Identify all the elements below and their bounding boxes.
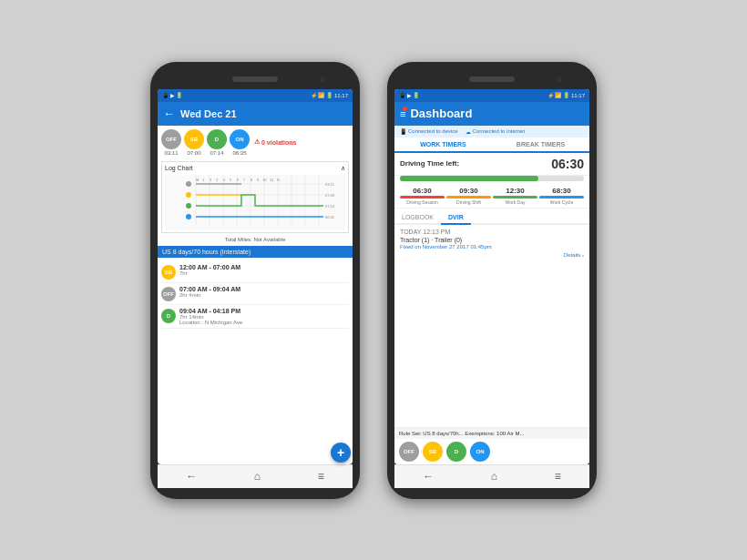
nav-2-menu-icon[interactable]: ≡ bbox=[555, 470, 561, 483]
timer-driving-shift-label: Driving Shift bbox=[456, 199, 481, 205]
chart-svg: M 1 2 3 4 5 6 7 8 9 10 11 N 03: bbox=[165, 175, 345, 229]
timer-work-day-bar bbox=[493, 196, 537, 199]
cloud-icon: ☁ bbox=[466, 128, 471, 135]
svg-text:10: 10 bbox=[262, 178, 267, 182]
svg-text:6: 6 bbox=[237, 178, 240, 182]
log-chart-section: Log Chart ∧ bbox=[161, 161, 349, 233]
entry-time-d: 09:04 AM - 04:18 PM bbox=[179, 308, 349, 314]
nav-home-icon[interactable]: ⌂ bbox=[254, 470, 261, 483]
status-off-group: OFF 03:11 bbox=[161, 129, 181, 156]
nav-menu-icon[interactable]: ≡ bbox=[318, 470, 324, 483]
nav-back-icon[interactable]: ← bbox=[186, 470, 197, 483]
tab-logbook[interactable]: LOGBOOK bbox=[394, 211, 441, 223]
entry-duration-sb: 7hr bbox=[179, 270, 349, 276]
driving-progress-fill bbox=[400, 176, 538, 181]
device-connection: 📱 Connected to device bbox=[400, 128, 458, 135]
bottom-badge-off[interactable]: OFF bbox=[399, 442, 419, 462]
entry-location-d: Location : N Michigan Ave bbox=[179, 320, 349, 325]
timer-driving-session-label: Driving Session bbox=[406, 199, 438, 205]
driving-progress-container bbox=[400, 176, 584, 181]
phone-1-screen: 📱 ▶ 🔋 ⚡ 📶 🔋 11:17 ← Wed Dec 21 OFF 03:11 bbox=[158, 89, 353, 464]
phone-1-app-header: ← Wed Dec 21 bbox=[158, 102, 353, 126]
svg-text:07:14: 07:14 bbox=[325, 204, 335, 209]
status-d-badge: D bbox=[207, 129, 227, 149]
timer-grid: 06:30 Driving Session 09:30 Driving Shif… bbox=[394, 184, 589, 209]
svg-text:3: 3 bbox=[216, 178, 219, 182]
phone-1-speaker bbox=[232, 76, 278, 82]
tab-dvir[interactable]: DVIR bbox=[441, 211, 471, 225]
svg-text:N: N bbox=[277, 178, 280, 182]
svg-text:M: M bbox=[196, 178, 199, 182]
status-d-time: 07:14 bbox=[210, 150, 223, 156]
status-on-time: 06:35 bbox=[232, 150, 246, 156]
phone-2-header-title: Dashboard bbox=[410, 107, 472, 120]
driving-time-value: 06:30 bbox=[551, 157, 584, 171]
bottom-badge-d[interactable]: D bbox=[446, 442, 466, 462]
svg-text:2: 2 bbox=[210, 178, 212, 182]
driving-time-section: Driving Time left: 06:30 bbox=[394, 153, 589, 176]
phone-2-camera bbox=[557, 76, 562, 82]
timer-driving-session: 06:30 Driving Session bbox=[400, 187, 445, 205]
phone-2-status-left: 📱 ▶ 🔋 bbox=[399, 92, 419, 98]
entry-dot-sb: SB bbox=[161, 265, 176, 280]
svg-point-17 bbox=[186, 214, 191, 219]
svg-point-16 bbox=[186, 203, 191, 209]
fab-add-button[interactable]: + bbox=[331, 443, 351, 463]
back-button[interactable]: ← bbox=[163, 107, 175, 120]
bottom-badge-sb[interactable]: SB bbox=[423, 442, 443, 462]
timer-work-day-label: Work Day bbox=[506, 199, 526, 205]
violations-icon: ⚠ bbox=[254, 138, 260, 146]
status-sb-badge: SB bbox=[184, 129, 204, 149]
svg-text:5: 5 bbox=[230, 178, 232, 182]
phone-2-screen: 📱 ▶ 🔋 ⚡ 📶 🔋 11:17 ≡ Dashboard 📱 bbox=[394, 89, 589, 464]
phone-1-top-bar bbox=[158, 73, 353, 86]
bottom-badge-on[interactable]: ON bbox=[470, 442, 490, 462]
phone-1-nav-bar: ← ⌂ ≡ bbox=[158, 464, 353, 488]
rule-set-bar: Rule Set: US 8 days/70h... Exemptions: 1… bbox=[394, 427, 589, 439]
phone-2-top-bar bbox=[394, 73, 589, 86]
phone-2-status-right: ⚡ 📶 🔋 11:17 bbox=[547, 92, 585, 98]
dvir-details-link[interactable]: Details › bbox=[400, 252, 584, 258]
work-break-tabs: WORK TIMERS BREAK TIMERS bbox=[394, 137, 589, 153]
svg-point-14 bbox=[186, 181, 191, 187]
timer-work-cycle-value: 68:30 bbox=[552, 187, 570, 195]
timer-driving-session-value: 06:30 bbox=[413, 187, 431, 195]
log-chart-header: Log Chart ∧ bbox=[165, 165, 345, 172]
tab-break-timers[interactable]: BREAK TIMERS bbox=[492, 137, 589, 151]
timer-driving-session-bar bbox=[400, 196, 445, 199]
log-chart-collapse[interactable]: ∧ bbox=[341, 165, 345, 172]
tab-work-timers[interactable]: WORK TIMERS bbox=[394, 137, 492, 153]
status-off-badge: OFF bbox=[161, 129, 181, 149]
entry-time-off: 07:00 AM - 09:04 AM bbox=[179, 286, 349, 292]
phone-2-nav-bar: ← ⌂ ≡ bbox=[394, 464, 589, 488]
bottom-status-row: OFF SB D ON bbox=[394, 439, 589, 464]
entry-info-d: 09:04 AM - 04:18 PM 7hr 14min Location :… bbox=[179, 308, 349, 325]
log-entry-sb: SB 12:00 AM - 07:00 AM 7hr bbox=[161, 261, 349, 283]
phone-2-speaker bbox=[469, 76, 515, 82]
svg-point-15 bbox=[186, 192, 191, 198]
entry-dot-d: D bbox=[161, 309, 176, 323]
svg-text:8: 8 bbox=[251, 178, 253, 182]
timer-driving-shift: 09:30 Driving Shift bbox=[446, 187, 491, 205]
log-entry-off: OFF 07:00 AM - 09:04 AM 2hr 4min bbox=[161, 283, 349, 305]
entry-duration-off: 2hr 4min bbox=[179, 292, 349, 298]
log-chart-title: Log Chart bbox=[165, 165, 193, 171]
svg-text:7: 7 bbox=[243, 178, 246, 182]
timer-driving-shift-bar bbox=[446, 196, 491, 199]
timer-driving-shift-value: 09:30 bbox=[459, 187, 477, 195]
nav-2-back-icon[interactable]: ← bbox=[423, 470, 434, 483]
dvir-today: TODAY 12:13 PM bbox=[400, 229, 584, 235]
timer-work-cycle-bar bbox=[539, 196, 584, 199]
status-sb-time: 07:00 bbox=[187, 150, 200, 156]
menu-icon[interactable]: ≡ bbox=[400, 108, 405, 119]
entry-dot-off: OFF bbox=[161, 287, 176, 301]
nav-2-home-icon[interactable]: ⌂ bbox=[491, 470, 497, 483]
status-sb-group: SB 07:00 bbox=[184, 129, 204, 156]
timer-work-day: 12:30 Work Day bbox=[493, 187, 537, 205]
svg-text:9: 9 bbox=[257, 178, 260, 182]
log-entries: SB 12:00 AM - 07:00 AM 7hr OFF 07:00 AM … bbox=[158, 260, 353, 464]
phone-1-status-icons: 📱 ▶ 🔋 bbox=[162, 92, 182, 98]
internet-connection-text: Connected to internet bbox=[473, 128, 525, 134]
timer-work-day-value: 12:30 bbox=[506, 187, 524, 195]
phone-2-dashboard-header: ≡ Dashboard bbox=[394, 102, 589, 126]
